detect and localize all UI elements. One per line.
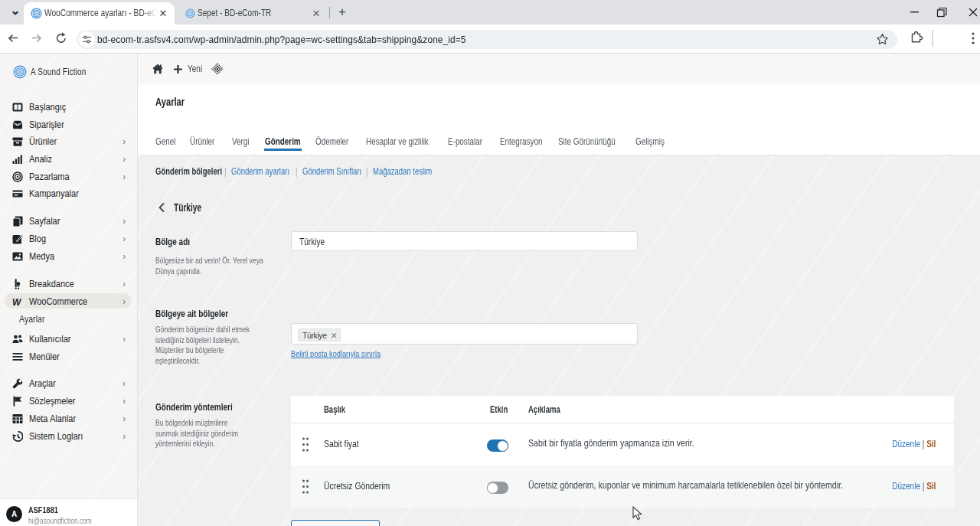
svg-text:W: W <box>12 297 22 308</box>
